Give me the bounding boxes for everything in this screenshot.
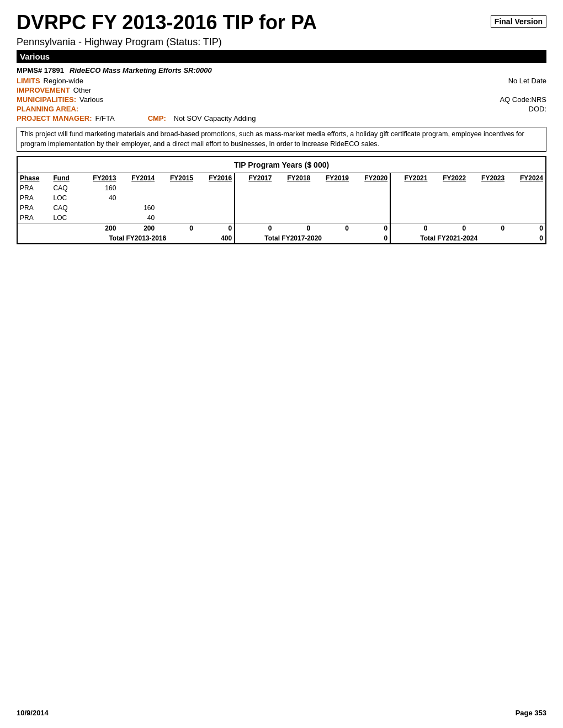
cell-fy2021 [390,213,429,223]
total-cell-fy2022: 0 [429,223,468,234]
cell-phase: PRA [18,193,51,203]
cell-fy2016 [195,203,235,213]
col-fy2024: FY2024 [507,173,545,183]
cmp-label: CMP: Not SOV Capacity Adding [148,114,256,122]
tip-table-title: TIP Program Years ($ 000) [18,157,545,173]
footer-date: 10/9/2014 [17,709,49,717]
total-cell-phase [18,223,51,234]
pm-label: PROJECT MANAGER: [17,114,92,122]
total-cell-fy2014: 200 [118,223,157,234]
dod-value: DOD: [529,105,547,113]
tip-table: Phase Fund FY2013 FY2014 FY2015 FY2016 F… [18,173,545,243]
cell-fy2023 [468,183,507,193]
col-phase: Phase [18,173,51,183]
cell-fy2022 [429,203,468,213]
grand-total-row: Total FY2013-2016400Total FY2017-20200To… [18,233,545,243]
total-cell-fy2024: 0 [507,223,545,234]
mpms-row: MPMS# 17891 RideECO Mass Marketing Effor… [17,66,546,74]
improvement-value: Other [73,86,92,94]
cell-fy2020 [351,193,390,203]
cell-fy2019 [312,193,351,203]
table-row: PRACAQ160 [18,183,545,193]
mpms-label: MPMS# 17891 [17,66,64,74]
gt-2021-2024-value: 0 [507,233,545,243]
cell-fy2019 [312,183,351,193]
col-fy2020: FY2020 [351,173,390,183]
section-header: Various [17,50,546,63]
cell-fy2017 [235,183,274,193]
col-fy2023: FY2023 [468,173,507,183]
total-cell-fy2019: 0 [312,223,351,234]
gt-2013-2016-value: 400 [195,233,235,243]
col-fund: Fund [51,173,80,183]
cell-fy2019 [312,213,351,223]
pm-value: F/FTA [95,114,115,122]
cell-fy2023 [468,193,507,203]
limits-row: LIMITS Region-wide No Let Date [17,77,546,85]
total-cell-fy2018: 0 [274,223,312,234]
limits-value: Region-wide [44,77,83,85]
municipalities-value: Various [79,95,103,104]
table-header-row: Phase Fund FY2013 FY2014 FY2015 FY2016 F… [18,173,545,183]
cell-fy2021 [390,183,429,193]
municipalities-label: MUNICIPALITIES: [17,95,76,104]
cell-fy2023 [468,203,507,213]
cell-phase: PRA [18,213,51,223]
table-row: PRACAQ160 [18,203,545,213]
cell-fy2014: 40 [118,213,157,223]
subtitle: Pennsylvania - Highway Program (Status: … [17,36,546,48]
gt-2017-2020-label: Total FY2017-2020 [235,233,351,243]
cmp-value: Not SOV Capacity Adding [174,114,256,122]
cell-fy2020 [351,203,390,213]
col-fy2018: FY2018 [274,173,312,183]
col-fy2022: FY2022 [429,173,468,183]
totals-row: 2002000000000000 [18,223,545,234]
cell-fy2024 [507,193,545,203]
cell-fund: LOC [51,213,80,223]
cell-fy2016 [195,213,235,223]
planning-area-row: PLANNING AREA: DOD: [17,105,546,113]
cell-fy2024 [507,183,545,193]
cell-fy2020 [351,183,390,193]
cell-fy2019 [312,203,351,213]
cell-fund: CAQ [51,183,80,193]
cell-fy2017 [235,203,274,213]
col-fy2014: FY2014 [118,173,157,183]
cell-fy2018 [274,213,312,223]
cell-fy2020 [351,213,390,223]
cell-fund: LOC [51,193,80,203]
col-fy2021: FY2021 [390,173,429,183]
page-title: DVRPC FY 2013-2016 TIP for PA [17,11,317,34]
tip-table-wrapper: TIP Program Years ($ 000) Phase Fund FY2… [17,156,546,244]
total-cell-fund [51,223,80,234]
total-cell-fy2013: 200 [80,223,119,234]
total-cell-fy2020: 0 [351,223,390,234]
cell-fy2013: 160 [80,183,119,193]
cell-fy2014 [118,193,157,203]
pm-cmp-line: PROJECT MANAGER: F/FTA CMP: Not SOV Capa… [17,114,546,122]
col-fy2016: FY2016 [195,173,235,183]
cell-fy2013 [80,203,119,213]
cell-fy2018 [274,193,312,203]
table-row: PRALOC40 [18,193,545,203]
mpms-title: RideECO Mass Marketing Efforts SR:0000 [70,66,212,74]
final-version-badge: Final Version [491,15,546,28]
col-fy2013: FY2013 [80,173,119,183]
cell-fy2016 [195,193,235,203]
cell-fy2017 [235,193,274,203]
total-cell-fy2017: 0 [235,223,274,234]
cell-fy2015 [157,183,195,193]
limits-right: No Let Date [508,77,546,85]
description-box: This project will fund marketing materia… [17,127,546,152]
cell-fy2023 [468,213,507,223]
cell-fy2018 [274,183,312,193]
col-fy2019: FY2019 [312,173,351,183]
cell-phase: PRA [18,183,51,193]
cell-fund: CAQ [51,203,80,213]
improvement-label: IMPROVEMENT [17,86,70,94]
total-cell-fy2016: 0 [195,223,235,234]
cell-fy2015 [157,203,195,213]
cell-fy2015 [157,213,195,223]
col-fy2017: FY2017 [235,173,274,183]
cell-fy2016 [195,183,235,193]
